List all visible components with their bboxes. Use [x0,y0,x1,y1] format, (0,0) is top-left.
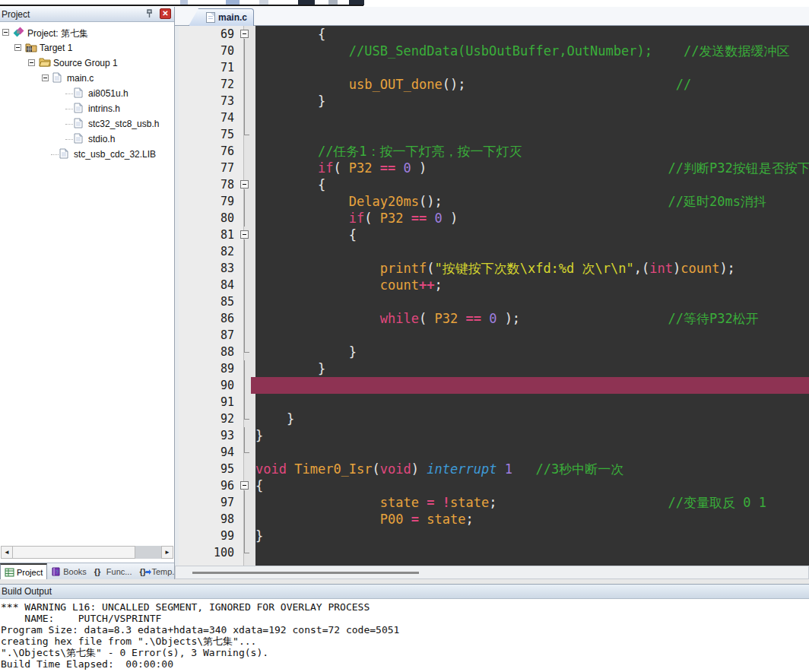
file-icon [52,72,64,84]
code-line[interactable]: 99} [179,528,809,544]
code-editor[interactable]: 69 {70 //USB_SendData(UsbOutBuffer,OutNu… [175,26,809,566]
code-line[interactable]: 98 P00 = state; [179,511,809,528]
line-number: 93 [179,427,239,444]
panel-tab-func[interactable]: {}Func... [90,563,136,579]
build-output-panel: Build Output *** WARNING L16: UNCALLED S… [0,584,809,672]
code-text: if( P32 == 0 ) [251,210,809,227]
editor-hscrollbar[interactable] [175,566,809,579]
code-line[interactable]: 71 [179,59,809,76]
build-output-header: Build Output [0,584,809,599]
fold-margin[interactable] [239,477,251,494]
code-line[interactable]: 86 while( P32 == 0 ); //等待P32松开 [179,310,809,327]
code-text: Delay20ms(); //延时20ms消抖 [251,193,809,210]
code-line[interactable]: 69 { [179,26,809,43]
code-line[interactable]: 96{ [179,477,809,494]
fold-collapse-icon[interactable] [240,180,249,189]
tree-item[interactable]: stc_usb_cdc_32.LIB [0,147,173,162]
code-line[interactable]: 70 //USB_SendData(UsbOutBuffer,OutNumber… [179,43,809,59]
line-number: 96 [179,477,239,494]
tree-item[interactable]: main.c [0,71,173,86]
code-line[interactable]: 87 [179,327,809,344]
code-line[interactable]: 97 state = !state; //变量取反 0 1 [179,494,809,511]
code-text: P00 = state; [251,511,809,528]
code-line[interactable]: 95void Timer0_Isr(void) interrupt 1 //3秒… [179,461,809,477]
code-text: } [251,410,809,427]
pin-icon[interactable] [144,8,154,19]
fold-margin[interactable] [239,176,251,193]
fold-margin [239,494,251,511]
build-output-line: NAME: PUTCH/VSPRINTF [1,613,809,624]
code-text: usb_OUT_done(); // [251,76,809,93]
line-number: 82 [179,243,239,260]
code-line[interactable]: 94 [179,444,809,461]
tab-label: main.c [218,12,247,23]
code-line[interactable]: 85 [179,293,809,310]
build-output-line: ".\Objects\第七集" - 0 Error(s), 3 Warning(… [1,647,809,658]
tree-item[interactable]: Project: 第七集 [0,25,173,40]
code-line[interactable]: 72 usb_OUT_done(); // [179,76,809,93]
fold-collapse-icon[interactable] [240,30,249,38]
line-number: 99 [179,528,239,544]
code-line[interactable]: 77 if( P32 == 0 ) //判断P32按钮是否按下 [179,160,809,176]
tree-item[interactable]: stdio.h [0,132,173,147]
code-text: printf("按键按下次数\xfd:%d 次\r\n",(int)count)… [251,260,809,277]
code-line[interactable]: 74 [179,109,809,126]
expander-minus-icon[interactable] [2,29,9,36]
tree-item-label: ai8051u.h [88,88,128,99]
fold-margin[interactable] [239,26,251,43]
tree-item[interactable]: intrins.h [0,101,173,116]
panel-tab-label: Project [17,568,43,577]
code-line[interactable]: 79 Delay20ms(); //延时20ms消抖 [179,193,809,210]
build-output-line: *** WARNING L16: UNCALLED SEGMENT, IGNOR… [1,601,809,613]
code-line[interactable]: 89 } [179,360,809,377]
panel-tab-books[interactable]: ?Books [47,563,90,579]
line-number: 75 [179,126,239,143]
panel-tab-project[interactable]: Project [0,563,47,579]
tab-main-c[interactable]: main.c [189,8,254,26]
fold-margin [239,293,251,310]
fold-collapse-icon[interactable] [240,230,249,239]
scroll-right-arrow-icon[interactable]: ► [161,546,173,559]
fold-collapse-icon[interactable] [240,481,249,490]
code-line[interactable]: 90 [179,377,809,394]
code-line[interactable]: 82 [179,243,809,260]
code-text: state = !state; //变量取反 0 1 [251,494,809,511]
fold-margin [239,59,251,76]
line-number: 79 [179,193,239,210]
code-line[interactable]: 93} [179,427,809,444]
scroll-left-arrow-icon[interactable]: ◄ [1,546,13,559]
tree-item[interactable]: Target 1 [0,40,173,55]
tree-item[interactable]: ai8051u.h [0,86,173,101]
fold-margin [239,210,251,227]
scrollbar-thumb[interactable] [192,572,419,574]
tree-item[interactable]: Source Group 1 [0,55,173,71]
tree-item[interactable]: stc32_stc8_usb.h [0,116,173,132]
code-line[interactable]: 92 } [179,410,809,427]
code-line[interactable]: 81 { [179,227,809,243]
code-line[interactable]: 73 } [179,93,809,109]
fold-margin[interactable] [239,227,251,243]
code-text: while( P32 == 0 ); //等待P32松开 [251,310,809,327]
code-line[interactable]: 91 [179,394,809,410]
code-line[interactable]: 75 [179,126,809,143]
code-line[interactable]: 88 } [179,344,809,360]
fold-margin [239,310,251,327]
line-number: 88 [179,344,239,360]
code-line[interactable]: 80 if( P32 == 0 ) [179,210,809,227]
code-line[interactable]: 83 printf("按键按下次数\xfd:%d 次\r\n",(int)cou… [179,260,809,277]
expander-minus-icon[interactable] [42,74,49,81]
expander-minus-icon[interactable] [28,59,35,66]
expander-minus-icon[interactable] [14,44,21,51]
code-line[interactable]: 100 [179,544,809,561]
build-output-line: Program Size: data=8.3 edata+hdata=340 x… [1,624,809,636]
code-line[interactable]: 78 { [179,176,809,193]
line-number: 74 [179,109,239,126]
scrollbar-thumb[interactable] [12,546,135,559]
close-icon[interactable]: ✕ [160,8,171,19]
project-panel-hscrollbar[interactable]: ◄ ► [1,546,173,559]
fold-margin [239,394,251,410]
code-line[interactable]: 84 count++; [179,277,809,293]
code-line[interactable]: 76 //任务1：按一下灯亮，按一下灯灭 [179,143,809,160]
file-icon [74,103,85,114]
tree-item-label: Project: 第七集 [27,27,88,40]
